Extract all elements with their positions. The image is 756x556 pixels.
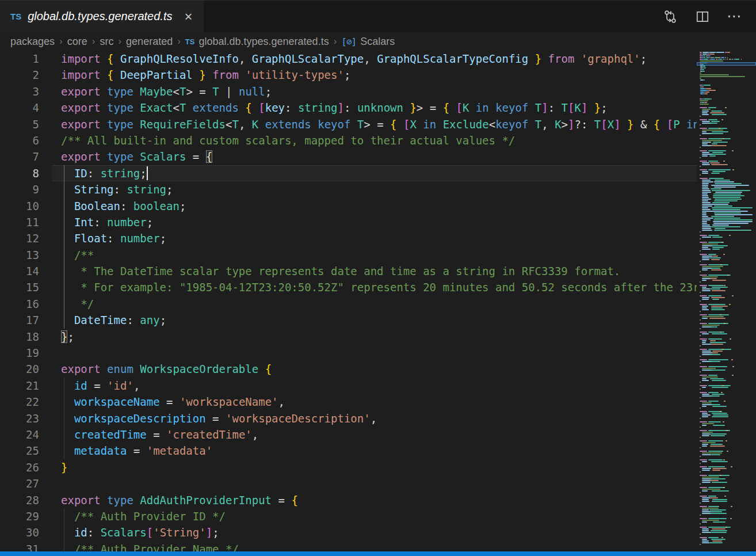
line-number[interactable]: 18 <box>0 329 39 345</box>
minimap-line <box>709 511 722 512</box>
line-number[interactable]: 3 <box>0 83 39 100</box>
line-number[interactable]: 23 <box>0 410 39 426</box>
minimap-line <box>711 326 717 327</box>
code-line[interactable]: 15 * For example: "1985-04-12T23:20:50.5… <box>0 279 697 295</box>
minimap-line <box>715 183 742 184</box>
line-number[interactable]: 20 <box>0 361 39 377</box>
code-line[interactable]: 21 id = 'id', <box>0 378 697 394</box>
code-line[interactable]: 30 id: Scalars['String']; <box>0 524 697 540</box>
line-number[interactable]: 14 <box>0 263 39 279</box>
code-line[interactable]: 22 workspaceName = 'workspaceName', <box>0 394 697 410</box>
code-line[interactable]: 28export type AddAuthProviderInput = { <box>0 492 697 508</box>
line-content: createdTime = 'createdTime', <box>39 426 258 443</box>
code-line[interactable]: 11 Int: number; <box>0 214 697 230</box>
breadcrumb-item-global-db-types-generated-ts[interactable]: TSglobal.db.types.generated.ts <box>185 36 329 48</box>
code-line[interactable]: 5export type RequireFields<T, K extends … <box>0 116 697 132</box>
line-number[interactable]: 27 <box>0 475 39 492</box>
line-number[interactable]: 22 <box>0 394 39 410</box>
code-line[interactable]: 16 */ <box>0 296 697 312</box>
line-number[interactable]: 11 <box>0 214 39 230</box>
code-line[interactable]: 27 <box>0 475 697 492</box>
line-number[interactable]: 5 <box>0 116 39 132</box>
code-line[interactable]: 25 metadata = 'metadata' <box>0 443 697 459</box>
minimap-line <box>700 451 707 452</box>
code-line[interactable]: 6/** All built-in and custom scalars, ma… <box>0 132 697 148</box>
line-number[interactable]: 1 <box>0 51 39 67</box>
status-bar[interactable] <box>0 551 756 556</box>
code-line[interactable]: 3export type Maybe<T> = T | null; <box>0 83 697 100</box>
more-actions-button[interactable]: ⋯ <box>726 8 743 25</box>
line-number[interactable]: 6 <box>0 132 39 148</box>
minimap-line <box>708 475 730 476</box>
code-line[interactable]: 26} <box>0 459 697 475</box>
line-number[interactable]: 16 <box>0 296 39 312</box>
minimap-line <box>702 433 711 435</box>
breadcrumb-item-src[interactable]: src <box>100 36 113 48</box>
line-number[interactable]: 26 <box>0 459 39 475</box>
minimap-line <box>724 401 726 402</box>
line-number[interactable]: 19 <box>0 345 39 361</box>
line-number[interactable]: 4 <box>0 100 39 116</box>
close-tab-icon[interactable]: × <box>182 10 194 24</box>
minimap-line <box>702 333 709 334</box>
code-line[interactable]: 19 <box>0 345 697 361</box>
line-number[interactable]: 15 <box>0 279 39 295</box>
minimap-line <box>700 161 707 162</box>
line-number[interactable]: 7 <box>0 148 39 165</box>
line-number[interactable]: 29 <box>0 508 39 524</box>
minimap-line <box>702 52 709 53</box>
line-number[interactable]: 9 <box>0 181 39 197</box>
minimap-line <box>700 166 701 167</box>
minimap[interactable] <box>697 51 756 556</box>
line-number[interactable]: 21 <box>0 378 39 394</box>
breadcrumb-item-generated[interactable]: generated <box>126 36 173 48</box>
code-line[interactable]: 10 Boolean: boolean; <box>0 198 697 214</box>
minimap-line <box>702 425 707 426</box>
code-line[interactable]: 17 DateTime: any; <box>0 312 697 328</box>
code-line[interactable]: 24 createdTime = 'createdTime', <box>0 426 697 443</box>
code-line[interactable]: 23 workspaceDescription = 'workspaceDesc… <box>0 410 697 426</box>
line-number[interactable]: 25 <box>0 443 39 459</box>
minimap-line <box>702 368 716 369</box>
code-line[interactable]: 8 ID: string; <box>0 165 697 181</box>
line-number[interactable]: 13 <box>0 247 39 263</box>
line-number[interactable]: 2 <box>0 67 39 83</box>
split-editor-button[interactable] <box>694 8 711 25</box>
minimap-line <box>702 197 709 198</box>
minimap-line <box>723 421 724 422</box>
minimap-line <box>700 78 701 79</box>
minimap-line <box>713 521 726 523</box>
code-line[interactable]: 7export type Scalars = { <box>0 148 697 165</box>
minimap-line <box>702 521 707 523</box>
code-line[interactable]: 18}; <box>0 329 697 345</box>
code-line[interactable]: 12 Float: number; <box>0 230 697 246</box>
code-line[interactable]: 29 /** Auth Provider ID */ <box>0 508 697 524</box>
breadcrumb-item-core[interactable]: core <box>67 36 87 48</box>
minimap-line <box>714 218 740 219</box>
code-line[interactable]: 2import { DeepPartial } from 'utility-ty… <box>0 67 697 83</box>
line-number[interactable]: 17 <box>0 312 39 328</box>
breadcrumb-item-packages[interactable]: packages <box>10 36 55 48</box>
minimap-line <box>700 119 707 120</box>
code-line[interactable]: 13 /** <box>0 247 697 263</box>
minimap-line <box>708 440 723 441</box>
line-number[interactable]: 30 <box>0 524 39 540</box>
code-area[interactable]: 1import { GraphQLResolveInfo, GraphQLSca… <box>0 51 697 556</box>
line-number[interactable]: 24 <box>0 426 39 443</box>
line-number[interactable]: 8 <box>0 165 39 181</box>
line-number[interactable]: 10 <box>0 198 39 214</box>
open-changes-button[interactable] <box>662 8 679 25</box>
line-content: /** <box>39 247 94 263</box>
line-number[interactable]: 12 <box>0 230 39 246</box>
minimap-line <box>710 342 727 343</box>
minimap-line <box>702 309 709 310</box>
code-line[interactable]: 14 * The DateTime scalar type represents… <box>0 263 697 279</box>
line-number[interactable]: 28 <box>0 492 39 508</box>
code-line[interactable]: 1import { GraphQLResolveInfo, GraphQLSca… <box>0 51 697 67</box>
breadcrumb-item-scalars[interactable]: [⊘]Scalars <box>341 36 395 48</box>
minimap-line <box>711 173 720 174</box>
tab-active[interactable]: TS global.db.types.generated.ts × <box>0 1 204 32</box>
code-line[interactable]: 9 String: string; <box>0 181 697 197</box>
code-line[interactable]: 20export enum WorkspaceOrderable { <box>0 361 697 377</box>
code-line[interactable]: 4export type Exact<T extends { [key: str… <box>0 100 697 116</box>
